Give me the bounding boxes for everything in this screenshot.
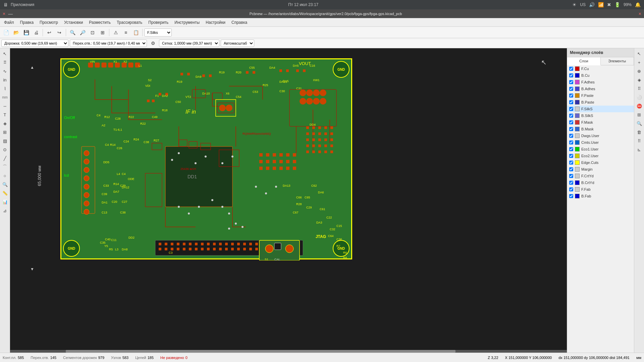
zoom-area-button[interactable]: ⊞	[98, 28, 107, 37]
layer-item[interactable]: F.Fab	[567, 186, 634, 193]
layer-visibility-checkbox[interactable]	[569, 167, 573, 171]
via-select[interactable]: Перех.отв.: 0,50 мм (19,7 мил) / 0,40 мм…	[70, 40, 147, 47]
layer-visibility-checkbox[interactable]	[569, 194, 573, 198]
menu-view[interactable]: Просмотр	[37, 19, 61, 26]
layer-item[interactable]: Cmts.User	[567, 139, 634, 146]
footprint-tool[interactable]: ⊞	[1, 128, 9, 136]
rt-drc-tool[interactable]: ⛔	[635, 102, 643, 110]
via-tool[interactable]: ⊙	[1, 145, 9, 154]
plot-tool[interactable]: 📊	[1, 198, 9, 206]
circle-tool[interactable]: ○	[1, 172, 9, 180]
layer-visibility-checkbox[interactable]	[569, 114, 573, 118]
rt-ratsnest-tool[interactable]: ⠿	[635, 84, 643, 93]
print-button[interactable]: 🖨	[32, 28, 41, 37]
canvas-area[interactable]: ▲ 65,000 мм ▼ GND GND GND GND VOUT On/Of…	[10, 48, 567, 353]
layer-visibility-checkbox[interactable]	[569, 147, 573, 151]
menu-help[interactable]: Справка	[229, 19, 250, 26]
layer-item[interactable]: B.SilkS	[567, 112, 634, 119]
track-tool[interactable]: in	[1, 76, 9, 84]
layer-item[interactable]: F.SilkS	[567, 106, 634, 112]
rt-select-tool[interactable]: ↖	[635, 50, 643, 58]
layer-visibility-checkbox[interactable]	[569, 80, 573, 84]
h-scrollbar[interactable]	[10, 350, 567, 353]
network-icon[interactable]: 📶	[598, 2, 604, 7]
inspect-tool[interactable]: 🔍	[1, 180, 9, 188]
gerber-button[interactable]: 📋	[131, 28, 141, 37]
diff-pair-tool[interactable]: ⌇	[1, 84, 9, 93]
rt-pads-tool[interactable]: ⠿	[635, 137, 643, 145]
menu-check[interactable]: Проверить	[146, 19, 171, 26]
measure-tool[interactable]: 📏	[1, 189, 9, 197]
menu-settings[interactable]: Установки	[61, 19, 86, 26]
rt-3d-tool[interactable]: ◈	[635, 76, 643, 84]
new-button[interactable]: 📄	[1, 28, 11, 37]
grid-select[interactable]: Сетка: 1,0000 мм (39,37 мил)	[159, 40, 219, 47]
menu-tools[interactable]: Инструменты	[172, 19, 202, 26]
rt-zoom-tool[interactable]: ⊕	[635, 67, 643, 75]
zoom-out-button[interactable]: 🔎	[78, 28, 87, 37]
layer-item[interactable]: Dwgs.User	[567, 132, 634, 139]
brightness-icon[interactable]: ☀	[572, 2, 577, 7]
layer-item[interactable]: Eco1.User	[567, 146, 634, 153]
tab-elements[interactable]: Элементы	[601, 57, 634, 65]
layer-item[interactable]: B.Adhes	[567, 85, 634, 92]
route-settings-button[interactable]: ⚙	[148, 39, 158, 48]
layer-visibility-checkbox[interactable]	[569, 154, 573, 158]
layer-item[interactable]: Edge.Cuts	[567, 159, 634, 166]
volume-icon[interactable]: 🔊	[589, 2, 595, 7]
layer-visibility-checkbox[interactable]	[569, 120, 573, 124]
minimize-icon[interactable]: —	[8, 11, 13, 16]
layer-item[interactable]: F.CrtYd	[567, 173, 634, 179]
layer-visibility-checkbox[interactable]	[569, 73, 573, 77]
layer-visibility-checkbox[interactable]	[569, 87, 573, 91]
zoom-fit-button[interactable]: ⊡	[88, 28, 97, 37]
zone-tool[interactable]: ▨	[1, 137, 9, 145]
add-text-tool[interactable]: T	[1, 111, 9, 119]
zoom-in-button[interactable]: 🔍	[68, 28, 77, 37]
rt-add-tool[interactable]: +	[635, 58, 643, 66]
select-tool[interactable]: ↖	[1, 50, 9, 58]
layer-visibility-checkbox[interactable]	[569, 100, 573, 104]
layer-visibility-checkbox[interactable]	[569, 94, 573, 98]
layer-item[interactable]: Margin	[567, 166, 634, 173]
layer-item[interactable]: B.Cu	[567, 72, 634, 79]
layer-visibility-checkbox[interactable]	[569, 127, 573, 131]
notification-icon[interactable]: 🔔	[635, 2, 641, 7]
grid-tool[interactable]: ⠿	[1, 58, 9, 66]
push-tool[interactable]: ⊿	[1, 206, 9, 215]
layer-item[interactable]: F.Cu	[567, 65, 634, 72]
layer-item[interactable]: F.Adhes	[567, 79, 634, 85]
tab-layers[interactable]: Слои	[567, 57, 601, 65]
layer-item[interactable]: F.Mask	[567, 119, 634, 126]
app-icon[interactable]: 🖥	[3, 2, 8, 7]
menu-edit[interactable]: Правка	[17, 19, 37, 26]
layer-visibility-checkbox[interactable]	[569, 187, 573, 191]
drc-button[interactable]: ⚠	[111, 28, 120, 37]
menu-route[interactable]: Трассировать	[114, 19, 145, 26]
bluetooth-icon[interactable]: ✖	[607, 2, 611, 7]
menu-file[interactable]: Файл	[1, 19, 17, 26]
rt-delete-tool[interactable]: 🗑	[635, 128, 643, 136]
ratsnest-tool[interactable]: ∿	[1, 67, 9, 75]
window-close-icon[interactable]: ×	[639, 11, 641, 16]
line-tool[interactable]: ╱	[1, 154, 9, 162]
close-icon[interactable]: ×	[3, 11, 5, 16]
undo-button[interactable]: ↩	[45, 28, 54, 37]
layer-visibility-checkbox[interactable]	[569, 181, 573, 185]
save-button[interactable]: 💾	[21, 28, 31, 37]
menu-place[interactable]: Разместить	[86, 19, 113, 26]
layer-item[interactable]: B.Paste	[567, 99, 634, 106]
netlist-button[interactable]: ≡	[121, 28, 130, 37]
layer-select[interactable]: F.Silks F.Cu B.Cu Edge.Cuts	[144, 28, 172, 37]
layer-visibility-checkbox[interactable]	[569, 174, 573, 178]
layer-item[interactable]: B.Mask	[567, 126, 634, 132]
layer-visibility-checkbox[interactable]	[569, 107, 573, 111]
layer-visibility-checkbox[interactable]	[569, 134, 573, 138]
rt-grid-tool[interactable]: ⊞	[635, 111, 643, 119]
layer-visibility-checkbox[interactable]	[569, 161, 573, 165]
dimension-tool[interactable]: ↔	[1, 102, 9, 110]
rt-copper-tool[interactable]: ⊾	[635, 145, 643, 154]
h-scrollbar-thumb[interactable]	[66, 350, 455, 353]
layer-item[interactable]: F.Paste	[567, 92, 634, 99]
pcb-board[interactable]: GND GND GND GND VOUT On/Off contrast lcd…	[60, 58, 352, 259]
